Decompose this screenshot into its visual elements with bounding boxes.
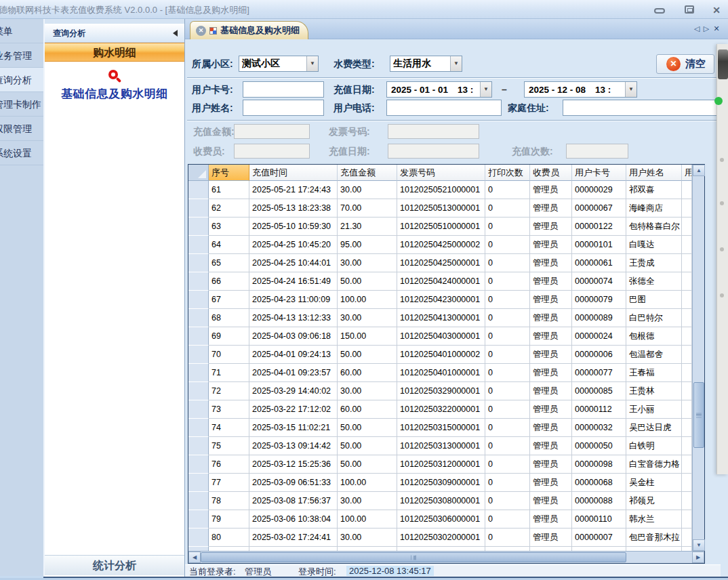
collapse-arrow-icon[interactable]	[173, 30, 178, 37]
row-selector[interactable]	[188, 474, 209, 492]
table-row[interactable]: 792025-03-06 10:38:04100.001012025030600…	[188, 510, 704, 529]
column-header-user-name[interactable]: 用户姓名	[626, 165, 682, 181]
tab-scroll-left-icon[interactable]: ◁	[693, 24, 701, 33]
column-header-recharge-amount[interactable]: 充值金额	[338, 165, 397, 181]
column-header-user-card-no[interactable]: 用户卡号	[572, 165, 626, 181]
community-dropdown-icon[interactable]: ▼	[306, 56, 318, 71]
user-name-input[interactable]	[243, 100, 324, 116]
table-row[interactable]: 732025-03-22 17:12:0260.0010120250322000…	[188, 400, 704, 419]
tab-close-all-icon[interactable]: ✕	[712, 24, 721, 33]
table-cell-print-count: 0	[485, 199, 530, 218]
water-type-select[interactable]: 生活用水 ▼	[390, 56, 462, 72]
column-header-collector[interactable]: 收费员	[530, 165, 572, 181]
address-input[interactable]	[563, 100, 720, 116]
row-selector[interactable]	[188, 272, 209, 291]
date-to-picker[interactable]: 2025 - 12 - 08 13 : ▼	[524, 81, 637, 98]
sidebar-item-system-settings[interactable]: 系统设置	[0, 141, 43, 165]
row-selector[interactable]	[188, 437, 209, 455]
select-all-corner[interactable]	[188, 165, 209, 181]
table-row[interactable]: 722025-03-29 14:40:0230.0010120250329000…	[188, 382, 704, 400]
community-label: 所属小区:	[192, 58, 233, 70]
row-selector[interactable]	[188, 455, 209, 474]
scroll-right-icon[interactable]: ▶	[692, 552, 704, 563]
table-cell-recharge-time: 2025-03-06 10:38:04	[249, 510, 338, 529]
clear-button[interactable]: ✕ 清空	[656, 54, 714, 74]
sidebar-item-menu[interactable]: 菜单	[0, 19, 43, 43]
table-row[interactable]: 672025-04-23 11:00:09100.001012025042300…	[188, 291, 704, 309]
nav-panel-header[interactable]: 查询分析	[45, 24, 184, 43]
table-row[interactable]: 712025-04-01 09:23:5760.0010120250401000…	[188, 364, 704, 382]
table-cell-recharge-time: 2025-03-08 17:56:37	[249, 492, 338, 510]
table-row[interactable]: 692025-04-03 09:06:18150.001012025040300…	[188, 327, 704, 346]
column-header-recharge-time[interactable]: 充值时间	[249, 165, 338, 181]
user-name-label: 用户姓名:	[192, 102, 233, 115]
maximize-button[interactable]	[679, 4, 700, 15]
minimize-button[interactable]	[649, 4, 670, 15]
table-cell-recharge-amount: 70.00	[338, 199, 397, 218]
row-selector[interactable]	[188, 254, 209, 272]
table-row[interactable]: 782025-03-08 17:56:3730.0010120250308000…	[188, 492, 704, 510]
table-cell-recharge-amount: 95.00	[338, 236, 397, 254]
card-no-input[interactable]	[243, 81, 324, 98]
horizontal-scrollbar-thumb[interactable]	[201, 552, 626, 562]
row-selector[interactable]	[188, 218, 209, 236]
table-row[interactable]: 752025-03-13 09:14:4250.0010120250313000…	[188, 437, 704, 455]
row-selector[interactable]	[188, 510, 209, 529]
sidebar-item-card-making[interactable]: 管理卡制作	[0, 92, 43, 117]
row-selector[interactable]	[188, 327, 209, 346]
date-to-dropdown-icon[interactable]: ▼	[625, 82, 636, 97]
table-cell-print-count: 0	[485, 474, 530, 492]
sidebar-item-query-analysis[interactable]: 查询分析	[0, 68, 43, 92]
column-header-extra[interactable]: 用	[682, 165, 692, 181]
date-from-picker[interactable]: 2025 - 01 - 01 13 : ▼	[386, 81, 492, 98]
row-selector[interactable]	[188, 382, 209, 400]
nav-group-water-purchase[interactable]: 购水明细	[45, 43, 184, 62]
table-row[interactable]: 662025-04-24 16:51:4950.0010120250424000…	[188, 272, 704, 291]
scroll-grip	[696, 413, 702, 417]
table-row[interactable]: 762025-03-12 15:25:3650.0010120250312000…	[188, 455, 704, 474]
nav-group-statistics[interactable]: 统计分析	[45, 555, 184, 575]
vertical-scrollbar[interactable]: ▲ ▼	[692, 165, 704, 551]
horizontal-scrollbar[interactable]: ◀ ▶	[188, 551, 704, 563]
row-selector[interactable]	[188, 309, 209, 327]
table-row[interactable]: 702025-04-01 09:24:1350.0010120250401000…	[188, 346, 704, 364]
row-selector[interactable]	[188, 419, 209, 437]
table-row[interactable]: 742025-03-15 11:02:2150.0010120250315000…	[188, 419, 704, 437]
column-header-invoice-no[interactable]: 发票号码	[397, 165, 485, 181]
scroll-up-icon[interactable]: ▲	[693, 165, 705, 176]
community-select[interactable]: 测试小区 ▼	[239, 56, 319, 72]
table-cell-invoice-no: 10120250302000001	[397, 529, 485, 547]
sidebar-item-business-mgmt[interactable]: 业务管理	[0, 43, 43, 68]
table-row[interactable]: 632025-05-10 10:59:3021.3010120250510000…	[188, 218, 704, 236]
table-row[interactable]: 622025-05-13 18:23:3870.0010120250513000…	[188, 199, 704, 218]
row-selector[interactable]	[188, 400, 209, 419]
column-header-print-count[interactable]: 打印次数	[485, 165, 530, 181]
phone-input[interactable]	[386, 100, 502, 116]
row-selector[interactable]	[188, 492, 209, 510]
date-from-dropdown-icon[interactable]: ▼	[480, 82, 491, 97]
table-row[interactable]: 642025-04-25 10:45:2095.0010120250425000…	[188, 236, 704, 254]
close-button[interactable]: ✕	[706, 4, 727, 15]
table-row[interactable]: 652025-04-25 10:44:0130.0010120250425000…	[188, 254, 704, 272]
tab-basic-info-detail[interactable]: ✕ 基础信息及购水明细	[190, 21, 308, 39]
vertical-scrollbar-thumb[interactable]	[693, 382, 704, 448]
water-type-dropdown-icon[interactable]: ▼	[450, 56, 462, 71]
column-header-seq[interactable]: 序号	[209, 165, 249, 181]
table-row[interactable]: 682025-04-13 13:12:3330.0010120250413000…	[188, 309, 704, 327]
table-row[interactable]: 612025-05-21 17:24:4330.0010120250521000…	[188, 181, 704, 199]
row-selector[interactable]	[188, 291, 209, 309]
table-row[interactable]: 802025-03-02 17:24:4130.0010120250302000…	[188, 529, 704, 547]
row-selector[interactable]	[188, 364, 209, 382]
row-selector[interactable]	[188, 346, 209, 364]
table-row[interactable]: 772025-03-09 06:51:33100.001012025030900…	[188, 474, 704, 492]
tab-scroll-right-icon[interactable]: ▷	[702, 24, 710, 33]
row-selector[interactable]	[188, 181, 209, 199]
nav-link-basic-info-detail[interactable]: 基础信息及购水明细	[45, 86, 184, 102]
row-selector[interactable]	[188, 236, 209, 254]
row-selector[interactable]	[188, 529, 209, 547]
sidebar-item-permission-mgmt[interactable]: 权限管理	[0, 117, 43, 141]
tab-close-icon[interactable]: ✕	[196, 26, 206, 36]
row-selector[interactable]	[188, 199, 209, 218]
scroll-left-icon[interactable]: ◀	[188, 552, 201, 563]
scroll-down-icon[interactable]: ▼	[693, 539, 705, 551]
